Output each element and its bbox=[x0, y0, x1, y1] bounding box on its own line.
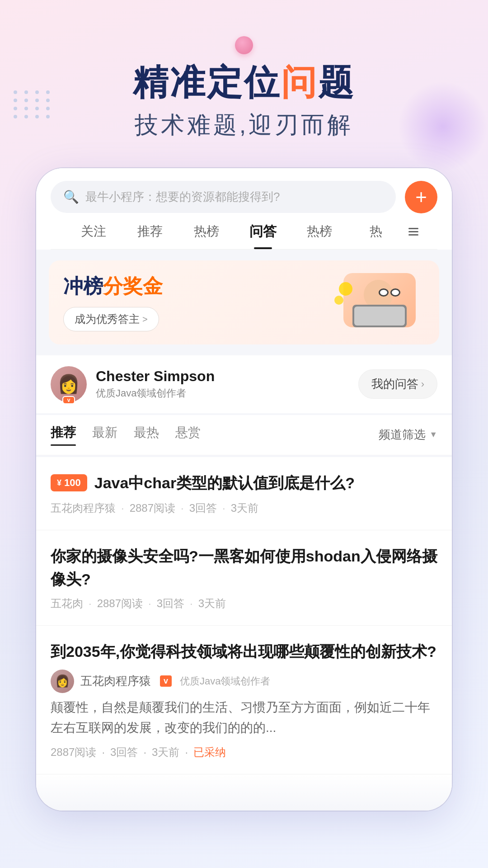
question-item[interactable]: ¥ 100 Java中char类型的默认值到底是什么? 五花肉程序猿 · 288… bbox=[36, 457, 452, 530]
question-meta: 五花肉程序猿 · 2887阅读 · 3回答 · 3天前 bbox=[51, 501, 437, 515]
tab-hot[interactable]: 热榜 bbox=[178, 223, 235, 248]
banner-left: 冲榜分奖金 成为优秀答主 > bbox=[63, 273, 163, 331]
filter-tab-latest[interactable]: 最新 bbox=[92, 424, 117, 446]
hero-title-sub: 技术难题,迎刃而解 bbox=[27, 109, 461, 141]
filter-tab-reward[interactable]: 悬赏 bbox=[175, 424, 201, 446]
nav-tabs: 关注 推荐 热榜 问答 热榜 热 bbox=[51, 213, 437, 250]
avatar-emoji: 👩 bbox=[57, 373, 80, 395]
verified-badge: v bbox=[62, 396, 75, 404]
tab-more-text[interactable]: 热 bbox=[347, 223, 404, 248]
hero-title-main: 精准定位问题 bbox=[27, 63, 461, 102]
reward-banner[interactable]: 冲榜分奖金 成为优秀答主 > bbox=[49, 260, 439, 344]
hero-highlight-char: 问 bbox=[281, 62, 318, 102]
glow-decoration bbox=[398, 81, 488, 172]
my-answer-button[interactable]: 我的问答 › bbox=[358, 369, 437, 399]
avatar-wrapper: 👩 v bbox=[51, 366, 87, 402]
hero-ball-decoration bbox=[235, 36, 253, 54]
phone-wrapper: 🔍 最牛小程序：想要的资源都能搜得到? + 关注 推荐 bbox=[36, 168, 452, 811]
cartoon-character bbox=[334, 273, 416, 332]
hero-section: 精准定位问题 技术难题,迎刃而解 bbox=[0, 0, 488, 159]
question-item[interactable]: 到2035年,你觉得科技领域将出现哪些颠覆性的创新技术? 👩 五花肉程序猿 v … bbox=[36, 626, 452, 775]
become-answerer-button[interactable]: 成为优秀答主 > bbox=[63, 307, 159, 331]
user-profile-row: 👩 v Chester Simpson 优质Java领域创作者 我的问答 › bbox=[36, 355, 452, 413]
search-area: 🔍 最牛小程序：想要的资源都能搜得到? + 关注 推荐 bbox=[36, 168, 452, 250]
author-verified-badge: v bbox=[160, 675, 172, 687]
tab-follow[interactable]: 关注 bbox=[65, 223, 122, 248]
search-icon: 🔍 bbox=[63, 189, 79, 204]
reward-badge: ¥ 100 bbox=[51, 474, 87, 491]
banner-illustration bbox=[334, 273, 425, 332]
question-item[interactable]: 你家的摄像头安全吗?一黑客如何使用shodan入侵网络摄像头? 五花肉 · 28… bbox=[36, 530, 452, 626]
search-bar: 🔍 最牛小程序：想要的资源都能搜得到? + bbox=[51, 181, 437, 213]
decorative-dots bbox=[14, 90, 52, 118]
add-icon: + bbox=[415, 186, 427, 208]
author-name: 五花肉程序猿 bbox=[80, 673, 151, 689]
dropdown-arrow-icon: ▼ bbox=[429, 430, 437, 439]
tab-trending[interactable]: 热榜 bbox=[291, 223, 347, 248]
filter-tab-group: 推荐 最新 最热 悬赏 bbox=[51, 424, 201, 446]
tab-recommend[interactable]: 推荐 bbox=[122, 223, 178, 248]
question-title: 到2035年,你觉得科技领域将出现哪些颠覆性的创新技术? bbox=[51, 640, 437, 663]
author-avatar: 👩 bbox=[51, 670, 74, 693]
question-header: ¥ 100 Java中char类型的默认值到底是什么? bbox=[51, 472, 437, 495]
tab-qa[interactable]: 问答 bbox=[235, 222, 291, 249]
nav-more-button[interactable] bbox=[404, 228, 423, 244]
question-title: 你家的摄像头安全吗?一黑客如何使用shodan入侵网络摄像头? bbox=[51, 545, 437, 591]
user-tag: 优质Java领域创作者 bbox=[96, 387, 215, 400]
filter-tab-recommend[interactable]: 推荐 bbox=[51, 424, 76, 446]
author-tag: 优质Java领域创作者 bbox=[180, 675, 270, 688]
channel-filter-button[interactable]: 频道筛选 ▼ bbox=[379, 427, 437, 443]
phone-frame: 🔍 最牛小程序：想要的资源都能搜得到? + 关注 推荐 bbox=[36, 168, 452, 811]
chevron-right-icon: › bbox=[421, 378, 424, 390]
question-title: Java中char类型的默认值到底是什么? bbox=[94, 472, 355, 495]
user-text: Chester Simpson 优质Java领域创作者 bbox=[96, 368, 215, 400]
add-button[interactable]: + bbox=[405, 181, 437, 213]
question-list: ¥ 100 Java中char类型的默认值到底是什么? 五花肉程序猿 · 288… bbox=[36, 457, 452, 775]
arrow-icon: > bbox=[142, 314, 148, 325]
user-info: 👩 v Chester Simpson 优质Java领域创作者 bbox=[51, 366, 215, 402]
hamburger-icon bbox=[408, 228, 418, 236]
question-excerpt: 颠覆性，自然是颠覆我们的生活、习惯乃至方方面面，例如近二十年左右互联网的发展，改… bbox=[51, 698, 437, 738]
search-input-wrapper[interactable]: 🔍 最牛小程序：想要的资源都能搜得到? bbox=[51, 181, 396, 213]
banner-title: 冲榜分奖金 bbox=[63, 273, 163, 300]
filter-tab-hottest[interactable]: 最热 bbox=[134, 424, 159, 446]
filter-tabs: 推荐 最新 最热 悬赏 频道筛选 ▼ bbox=[36, 415, 452, 455]
question-meta: 五花肉 · 2887阅读 · 3回答 · 3天前 bbox=[51, 596, 437, 611]
phone-content: 🔍 最牛小程序：想要的资源都能搜得到? + 关注 推荐 bbox=[36, 168, 452, 811]
yuan-icon: ¥ bbox=[57, 478, 61, 488]
question-meta-bottom: 2887阅读 · 3回答 · 3天前 · 已采纳 bbox=[51, 745, 437, 760]
bottom-fade bbox=[36, 774, 452, 811]
search-placeholder-text: 最牛小程序：想要的资源都能搜得到? bbox=[85, 189, 280, 205]
user-name: Chester Simpson bbox=[96, 368, 215, 385]
adopted-tag: 已采纳 bbox=[193, 745, 226, 760]
question-author-row: 👩 五花肉程序猿 v 优质Java领域创作者 bbox=[51, 670, 437, 693]
